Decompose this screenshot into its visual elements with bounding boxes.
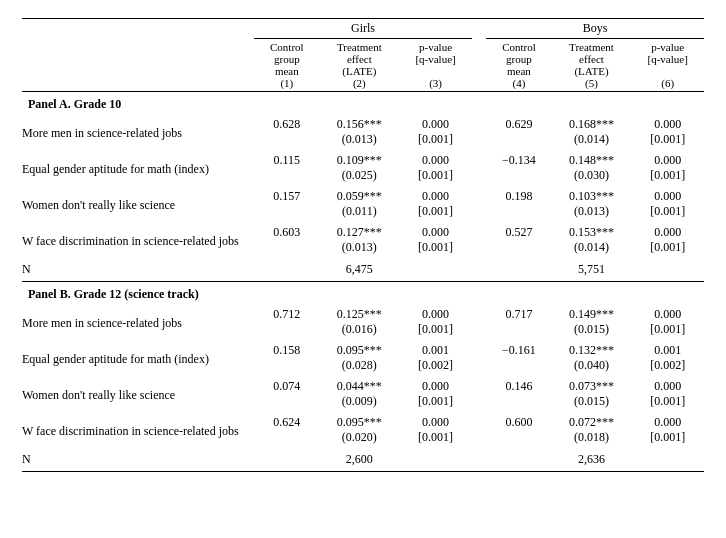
table-row: More men in science-related jobs 0.712 0… [22,304,704,322]
row-label: W face discrimination in science-related… [22,412,254,448]
table-row: Women don't really like science 0.074 0.… [22,376,704,394]
row-label: W face discrimination in science-related… [22,222,254,258]
boys-te2: (0.014) [552,240,632,258]
col-boys-te: Treatmenteffect(LATE)(5) [552,39,632,92]
n-row-b: N 2,600 2,636 [22,448,704,472]
table-row: Equal gender aptitude for math (index) 0… [22,150,704,168]
girls-te: 0.127*** [319,222,399,240]
boys-te2: (0.014) [552,132,632,150]
col-empty [22,39,254,92]
girls-te: 0.109*** [319,150,399,168]
boys-pv2: [0.001] [631,204,704,222]
girls-ctrl: 0.157 [254,186,319,204]
table-row: More men in science-related jobs 0.628 0… [22,114,704,132]
girls-pv: 0.000 [399,150,472,168]
spacer [472,114,486,132]
n-girls-b: 2,600 [319,448,399,472]
boys-pv: 0.000 [631,412,704,430]
boys-te: 0.148*** [552,150,632,168]
boys-te2: (0.040) [552,358,632,376]
girls-pv: 0.000 [399,114,472,132]
boys-te2: (0.015) [552,394,632,412]
table-row: Women don't really like science 0.157 0.… [22,186,704,204]
empty-corner [22,19,254,39]
girls-pv2: [0.001] [399,394,472,412]
boys-pv: 0.000 [631,376,704,394]
boys-te: 0.073*** [552,376,632,394]
n-label: N [22,258,254,282]
girls-te2: (0.013) [319,132,399,150]
boys-te: 0.168*** [552,114,632,132]
girls-te: 0.125*** [319,304,399,322]
panel-a-header: Panel A. Grade 10 [22,92,704,115]
girls-ctrl: 0.603 [254,222,319,240]
boys-ctrl: 0.629 [486,114,551,132]
panel-a-label: Panel A. Grade 10 [22,92,704,115]
table-row: Equal gender aptitude for math (index) 0… [22,340,704,358]
n-row-a: N 6,475 5,751 [22,258,704,282]
girls-te: 0.095*** [319,412,399,430]
row-label: Equal gender aptitude for math (index) [22,340,254,376]
boys-ctrl: 0.600 [486,412,551,430]
boys-pv: 0.000 [631,186,704,204]
boys-pv: 0.001 [631,340,704,358]
boys-pv: 0.000 [631,114,704,132]
girls-te: 0.059*** [319,186,399,204]
girls-pv: 0.000 [399,376,472,394]
boys-pv: 0.000 [631,304,704,322]
girls-te: 0.156*** [319,114,399,132]
boys-te: 0.153*** [552,222,632,240]
girls-te2: (0.025) [319,168,399,186]
boys-ctrl: 0.198 [486,186,551,204]
col-girls-pv: p-value[q-value] (3) [399,39,472,92]
n-label: N [22,448,254,472]
boys-ctrl: −0.161 [486,340,551,358]
boys-pv2: [0.002] [631,358,704,376]
panel-b-label: Panel B. Grade 12 (science track) [22,282,704,305]
n-girls: 6,475 [319,258,399,282]
girls-pv: 0.001 [399,340,472,358]
boys-ctrl: −0.134 [486,150,551,168]
girls-ctrl: 0.115 [254,150,319,168]
n-boys: 5,751 [552,258,632,282]
boys-group-header: Boys [486,19,704,39]
girls-te: 0.095*** [319,340,399,358]
boys-pv2: [0.001] [631,240,704,258]
girls-te2: (0.009) [319,394,399,412]
girls-pv2: [0.001] [399,322,472,340]
boys-te: 0.132*** [552,340,632,358]
panel-b-header: Panel B. Grade 12 (science track) [22,282,704,305]
girls-pv2: [0.002] [399,358,472,376]
row-label: More men in science-related jobs [22,114,254,150]
boys-te2: (0.030) [552,168,632,186]
girls-ctrl: 0.074 [254,376,319,394]
boys-pv2: [0.001] [631,322,704,340]
boys-pv: 0.000 [631,150,704,168]
boys-ctrl: 0.527 [486,222,551,240]
row-label: More men in science-related jobs [22,304,254,340]
girls-pv2: [0.001] [399,430,472,448]
girls-pv: 0.000 [399,186,472,204]
boys-pv: 0.000 [631,222,704,240]
boys-pv2: [0.001] [631,394,704,412]
boys-pv2: [0.001] [631,430,704,448]
table-row: W face discrimination in science-related… [22,222,704,240]
girls-pv2: [0.001] [399,204,472,222]
girls-pv2: [0.001] [399,132,472,150]
boys-pv2: [0.001] [631,168,704,186]
n-boys-b: 2,636 [552,448,632,472]
girls-ctrl: 0.628 [254,114,319,132]
girls-ctrl: 0.712 [254,304,319,322]
table-row: W face discrimination in science-related… [22,412,704,430]
col-girls-te: Treatmenteffect(LATE)(2) [319,39,399,92]
boys-ctrl: 0.146 [486,376,551,394]
girls-pv2: [0.001] [399,168,472,186]
girls-te2: (0.020) [319,430,399,448]
girls-ctrl: 0.158 [254,340,319,358]
girls-te2: (0.016) [319,322,399,340]
col-spacer [472,39,486,92]
col-boys-ctrl: Controlgroupmean(4) [486,39,551,92]
group-spacer [472,19,486,39]
row-label: Women don't really like science [22,186,254,222]
girls-pv: 0.000 [399,222,472,240]
